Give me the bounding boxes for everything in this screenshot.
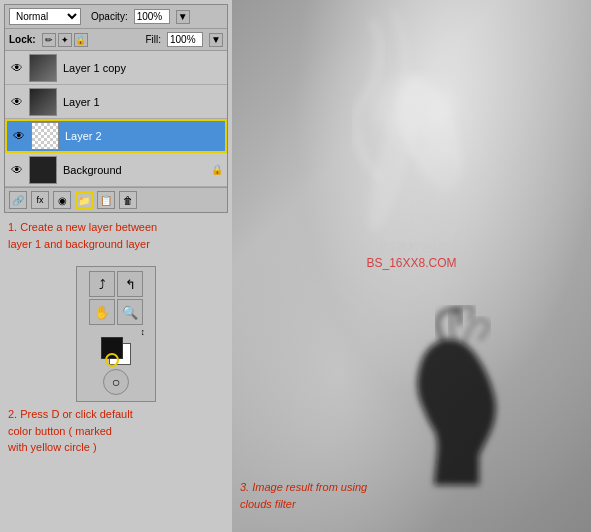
toolbox-row-1: ⤴ ↰ [81, 271, 151, 297]
layers-panel: Normal Opacity: ▼ Lock: ✏ ✦ 🔒 Fill: ▼ 👁 [4, 4, 228, 213]
layer-name-2: Layer 2 [65, 130, 221, 142]
head-silhouette [399, 305, 519, 505]
visibility-eye-2[interactable]: 👁 [11, 128, 27, 144]
toolbox-row-2: ✋ 🔍 [81, 299, 151, 325]
layer-thumb-bg [29, 156, 57, 184]
opacity-arrow[interactable]: ▼ [176, 10, 190, 24]
visibility-eye-1[interactable]: 👁 [9, 94, 25, 110]
lock-all-btn[interactable]: 🔒 [74, 33, 88, 47]
layer-thumb-1 [29, 88, 57, 116]
zoom-tool[interactable]: 🔍 [117, 299, 143, 325]
layer-thumb-2 [31, 122, 59, 150]
fill-arrow[interactable]: ▼ [209, 33, 223, 47]
left-panel: Normal Opacity: ▼ Lock: ✏ ✦ 🔒 Fill: ▼ 👁 [0, 0, 232, 532]
layers-top-bar: Normal Opacity: ▼ [5, 5, 227, 29]
opacity-input[interactable] [134, 9, 170, 24]
layer-name-copy: Layer 1 copy [63, 62, 223, 74]
step3-instruction: 3. Image result from using clouds filter [240, 479, 367, 512]
lock-pixels-btn[interactable]: ✏ [42, 33, 56, 47]
watermark-line1: PS教程论坛 [366, 239, 456, 256]
visibility-eye-copy[interactable]: 👁 [9, 60, 25, 76]
new-layer-btn[interactable]: 📋 [97, 191, 115, 209]
lock-move-btn[interactable]: ✦ [58, 33, 72, 47]
toolbox: ⤴ ↰ ✋ 🔍 ↕ ○ [76, 266, 156, 402]
layers-second-bar: Lock: ✏ ✦ 🔒 Fill: ▼ [5, 29, 227, 51]
watermark-line2: BS_16XX8.COM [366, 256, 456, 270]
layer-fx-btn[interactable]: fx [31, 191, 49, 209]
layer-name-bg: Background [63, 164, 211, 176]
polygonal-lasso-tool[interactable]: ↰ [117, 271, 143, 297]
foreground-color-swatch[interactable] [101, 337, 123, 359]
lock-icons: ✏ ✦ 🔒 [42, 33, 88, 47]
layer-name-1: Layer 1 [63, 96, 223, 108]
link-layers-btn[interactable]: 🔗 [9, 191, 27, 209]
layers-content: 👁 Layer 1 copy 👁 Layer 1 👁 Layer 2 [5, 51, 227, 187]
fill-label: Fill: [145, 34, 161, 45]
visibility-eye-bg[interactable]: 👁 [9, 162, 25, 178]
swap-colors-btn[interactable]: ↕ [141, 327, 146, 337]
delete-layer-btn[interactable]: 🗑 [119, 191, 137, 209]
lock-label: Lock: [9, 34, 36, 45]
blend-mode-select[interactable]: Normal [9, 8, 81, 25]
layers-bottom-bar: 🔗 fx ◉ 📁 📋 🗑 [5, 187, 227, 212]
layer-row-copy[interactable]: 👁 Layer 1 copy [5, 51, 227, 85]
lasso-tool[interactable]: ⤴ [89, 271, 115, 297]
opacity-label: Opacity: [91, 11, 128, 22]
step2-instruction: 2. Press D or click default color button… [0, 402, 232, 460]
svg-point-3 [372, 76, 452, 136]
watermark: PS教程论坛 BS_16XX8.COM [366, 239, 456, 270]
layer-row-2[interactable]: 👁 Layer 2 [5, 119, 227, 153]
circle-marquee-tool[interactable]: ○ [103, 369, 129, 395]
fill-input[interactable] [167, 32, 203, 47]
layer-lock-icon: 🔒 [211, 164, 223, 175]
color-section: ↕ [81, 329, 151, 365]
layer-thumb-copy [29, 54, 57, 82]
layer-row-bg[interactable]: 👁 Background 🔒 [5, 153, 227, 187]
right-panel: PS教程论坛 BS_16XX8.COM 3. Image result from… [232, 0, 591, 532]
step1-instruction: 1. Create a new layer between layer 1 an… [0, 213, 232, 258]
toolbox-row-3: ○ [81, 369, 151, 395]
hand-tool[interactable]: ✋ [89, 299, 115, 325]
layer-row-1[interactable]: 👁 Layer 1 [5, 85, 227, 119]
new-group-btn[interactable]: 📁 [75, 191, 93, 209]
add-mask-btn[interactable]: ◉ [53, 191, 71, 209]
